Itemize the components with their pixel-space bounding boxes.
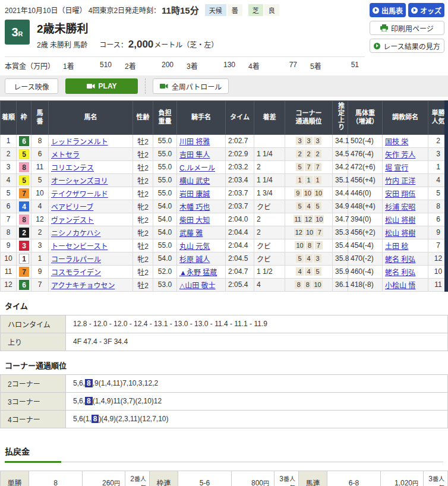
trainer-link[interactable]: 松山 将樹 [385,229,415,238]
results-column-header: 馬体重 （増減） [348,101,383,135]
race-number-suffix: R [18,30,23,37]
result-row: 933トーセンビースト牡255.0丸山 元気2:04.4クビ108735.445… [1,239,448,252]
jockey-link[interactable]: 柴田 大知 [179,216,210,225]
horse-link[interactable]: コスモライデン [51,269,101,277]
estimated-last3f: 34.1 [333,134,348,147]
time-section-title: タイム [5,300,443,311]
horse-link[interactable]: コリエンテス [51,164,94,172]
frame-number-badge: 3 [19,241,29,251]
margin: 2 [254,226,285,239]
payout-table: 単勝8260円2番人気枠連5-6800円3番人気馬連6-81,020円3番人気複… [0,471,448,486]
horse-link[interactable]: アクナキチョウセン [51,282,115,290]
horse-link[interactable]: オーシャンズヨリ [51,177,108,185]
frame-cell: 7 [17,187,31,200]
horse-link[interactable]: レッドランメルト [51,138,108,146]
play-button[interactable]: PLAY [65,78,138,94]
horse-link[interactable]: コーラルパール [51,255,101,264]
corner-position-chip: 8 [304,280,311,289]
payout-popularity: 3番人気 [424,471,448,486]
corner-position-chip: 11 [294,215,302,223]
print-page-button[interactable]: 印刷用ページ [370,21,444,35]
horse-name-cell: オーシャンズヨリ [49,173,133,187]
frame-number-badge: 6 [19,280,29,290]
horse-link[interactable]: ニシノカケハシ [51,229,101,238]
horse-number: 9 [31,265,49,278]
jockey-cell: 武藤 雅 [177,226,226,239]
race-conditions: 2歳 未勝利 馬齢 [37,39,87,49]
trainer-link[interactable]: 竹内 正洋 [385,177,415,185]
result-row: 256メトセラ牡255.0吉田 隼人2:02.91 1/422234.5476(… [1,147,448,160]
finish-position: 12 [1,278,17,291]
start-time: 11時15分 [162,4,199,16]
time-row-value: 4F 47.4 - 3F 34.4 [66,333,448,351]
trainer-link[interactable]: 杉浦 宏昭 [385,203,415,212]
payout-amount: 1,020円 [381,471,424,486]
jockey-link[interactable]: 木幡 巧也 [179,203,210,212]
corner-position-chip: 7 [305,163,313,171]
horse-link[interactable]: トーセンビースト [51,242,108,251]
trainer-cell: 矢作 芳人 [383,147,428,160]
video-camera-icon [160,83,168,89]
horse-link[interactable]: ベアビリーブ [51,203,93,212]
horse-weight: 472(+6) [348,160,383,173]
corner-position-chip: 1 [314,176,321,184]
corner-position-chip: 5 [314,202,321,210]
horse-link[interactable]: メトセラ [51,151,80,159]
frame-cell: 5 [17,173,31,187]
jockey-link[interactable]: C.ルメール [179,164,215,172]
trainer-link[interactable]: 国枝 栄 [385,138,408,146]
sex-age: 牡2 [133,160,153,173]
jockey-cell: 丸山 元気 [177,239,226,252]
horse-name-cell: コスモライデン [49,265,133,278]
print-page-label: 印刷用ページ [391,23,434,33]
jockey-link[interactable]: 杉原 誠人 [179,255,210,264]
jockey-link[interactable]: 川田 将雅 [179,138,210,146]
horse-weight: 454(-4) [348,239,383,252]
horse-link[interactable]: ヴァンデスト [51,216,94,225]
time-row: ハロンタイム12.8 - 12.0 - 12.0 - 12.4 - 13.1 -… [1,315,448,333]
jockey-cell: C.ルメール [177,160,226,173]
trainer-link[interactable]: 松山 将樹 [385,216,415,225]
corner-row-value: 5,6(1,8)(4,9)(2,3,11)(12,7,10) [66,410,448,428]
finish-time: 2:03.4 [226,173,254,187]
race-video-button[interactable]: レース映像 [5,78,58,94]
ninki-unit: 番人気 [283,476,295,486]
trainer-link[interactable]: 矢作 芳人 [385,151,415,159]
entries-button[interactable]: 出馬表 [370,3,406,17]
jockey-link[interactable]: 岩田 康誠 [179,190,210,198]
payout-bet-type: 馬連 [299,471,327,486]
horse-weight: 456(+4) [348,173,383,187]
frame-cell: 5 [17,147,31,160]
trainer-link[interactable]: 小桧山 悟 [385,282,415,290]
finish-time: 2:03.2 [226,160,254,173]
trainer-link[interactable]: 土田 稔 [385,242,408,251]
jockey-link[interactable]: 武藤 雅 [179,229,203,238]
finish-position: 10 [1,252,17,265]
trainer-link[interactable]: 堀 宣行 [385,164,408,172]
trainer-cell: 土田 稔 [383,239,428,252]
finish-time: 2:04.0 [226,213,254,226]
jockey-link[interactable]: 吉田 隼人 [179,151,210,159]
sex-age: 牡2 [133,239,153,252]
weather-value: 曇 [228,4,242,16]
odds-button[interactable]: オッズ [408,3,444,17]
margin: 2 [254,160,285,173]
horse-name-cell: トーセンビースト [49,239,133,252]
horse-name-cell: テイクザワールド [49,187,133,200]
trainer-link[interactable]: 蛯名 利弘 [385,269,415,277]
frame-number-badge: 2 [19,228,29,238]
trainer-link[interactable]: 蛯名 利弘 [385,255,415,264]
jockey-link[interactable]: ▲永野 猛蔵 [179,269,217,277]
carried-weight: 55.0 [153,173,177,187]
horse-link[interactable]: テイクザワールド [51,190,108,198]
corner-positions-cell: 543 [285,252,333,265]
frame-cell: 1 [17,252,31,265]
corner-position-chip: 10 [313,280,322,289]
results-guide-button[interactable]: レース結果の見方 [370,39,444,53]
corner-position-chip: 7 [316,228,323,236]
trainer-link[interactable]: 安田 翔伍 [385,190,415,198]
jockey-link[interactable]: 横山 武史 [179,177,210,185]
jockey-link[interactable]: 丸山 元気 [179,242,210,251]
jockey-link[interactable]: △山田 敬士 [179,282,216,290]
patrol-video-button[interactable]: 全周パトロール [153,78,229,94]
